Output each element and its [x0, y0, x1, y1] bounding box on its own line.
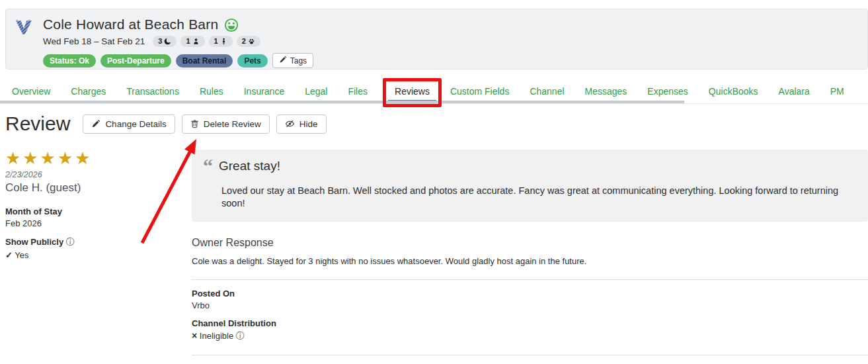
tab-rules[interactable]: Rules [200, 82, 223, 103]
tags-button[interactable]: Tags [272, 53, 313, 68]
delete-review-button[interactable]: Delete Review [182, 114, 270, 134]
moon-icon [164, 38, 171, 45]
booking-header-panel: Cole Howard at Beach Barn Wed Feb 18 – S… [5, 9, 868, 69]
status-badges: Status: OkPost-DepartureBoat RentalPets [43, 54, 268, 68]
eye-slash-icon [285, 119, 295, 128]
tab-bar-border [0, 103, 868, 104]
vrbo-v-icon [15, 17, 35, 62]
posted-on-label: Posted On [192, 289, 868, 298]
tab-scrollbar-track [0, 101, 868, 104]
child-icon [220, 38, 227, 45]
tab-legal[interactable]: Legal [305, 82, 327, 103]
x-icon: × [192, 330, 197, 341]
tab-custom-fields[interactable]: Custom Fields [450, 82, 509, 103]
divider [192, 279, 868, 280]
tags-button-label: Tags [290, 56, 307, 66]
posted-on-value: Vrbo [192, 300, 868, 310]
badge-pets: Pets [237, 54, 267, 68]
tab-expenses[interactable]: Expenses [647, 82, 688, 103]
tab-files[interactable]: Files [348, 82, 368, 103]
star-rating: ★★★★★ [5, 150, 192, 167]
badge-row: Status: OkPost-DepartureBoat RentalPets … [43, 53, 313, 68]
month-of-stay-value: Feb 2026 [5, 218, 192, 228]
tab-bar: OverviewChargesTransactionsRulesInsuranc… [0, 82, 868, 103]
pencil-icon [91, 119, 100, 128]
badge-status-ok: Status: Ok [43, 54, 96, 68]
tab-reviews[interactable]: Reviews [388, 82, 436, 103]
change-details-label: Change Details [105, 119, 166, 129]
paw-icon [248, 38, 255, 45]
count-badge-moon: 3 [153, 36, 177, 47]
quote-icon: “ [203, 161, 213, 171]
hide-button[interactable]: Hide [276, 114, 327, 134]
booking-review-page: Cole Howard at Beach Barn Wed Feb 18 – S… [0, 0, 868, 364]
pencil-icon [279, 56, 287, 66]
review-quote-block: “ Great stay! Loved our stay at Beach Ba… [192, 150, 868, 222]
review-body: Loved our stay at Beach Barn. Well stock… [221, 185, 857, 210]
reviewer-name: Cole H. (guest) [5, 181, 192, 195]
tab-channel[interactable]: Channel [530, 82, 564, 103]
badge-post-departure: Post-Departure [100, 54, 171, 68]
tab-overview[interactable]: Overview [12, 82, 50, 103]
delete-review-label: Delete Review [204, 119, 261, 129]
tab-insurance[interactable]: Insurance [244, 82, 284, 103]
channel-distribution-value: × Ineligible ⓘ [192, 330, 868, 342]
divider [192, 355, 868, 355]
trash-icon [190, 119, 199, 128]
count-badge-adult: 1 [180, 36, 204, 47]
owner-response-text: Cole was a delight. Stayed for 3 nights … [192, 255, 868, 267]
hide-label: Hide [299, 119, 318, 129]
show-publicly-label: Show Publicly ⓘ [5, 236, 192, 248]
owner-response-heading: Owner Response [192, 237, 868, 249]
badge-boat-rental: Boat Rental [176, 54, 233, 68]
show-publicly-value: ✓ Yes [5, 250, 192, 260]
tab-scrollbar-thumb[interactable] [0, 101, 684, 103]
change-details-button[interactable]: Change Details [83, 114, 175, 134]
review-content: Review Change Details Delete Review [5, 113, 868, 364]
tab-quickbooks[interactable]: QuickBooks [709, 82, 758, 103]
review-detail-column: “ Great stay! Loved our stay at Beach Ba… [192, 150, 868, 364]
tab-charges[interactable]: Charges [71, 82, 106, 103]
info-icon[interactable]: ⓘ [236, 331, 245, 341]
review-title: Great stay! [219, 159, 280, 173]
date-range: Wed Feb 18 – Sat Feb 21 [43, 36, 145, 46]
tab-transactions[interactable]: Transactions [126, 82, 179, 103]
tab-avalara[interactable]: Avalara [779, 82, 810, 103]
smiley-grin-icon [224, 18, 239, 32]
check-icon: ✓ [5, 250, 13, 260]
count-badge-child: 1 [209, 36, 233, 47]
review-header: Review Change Details Delete Review [5, 113, 868, 135]
review-date: 2/23/2026 [5, 170, 192, 179]
page-title: Cole Howard at Beach Barn [43, 17, 218, 32]
info-icon[interactable]: ⓘ [66, 237, 75, 247]
review-meta-column: ★★★★★ 2/23/2026 Cole H. (guest) Month of… [5, 150, 192, 260]
adult-icon [192, 38, 200, 45]
count-badges: 3112 [153, 36, 260, 47]
review-heading: Review [5, 113, 70, 135]
tab-messages[interactable]: Messages [585, 82, 627, 103]
count-badge-paw: 2 [237, 36, 260, 47]
tab-pm[interactable]: PM [830, 82, 844, 103]
month-of-stay-label: Month of Stay [5, 206, 192, 216]
channel-distribution-label: Channel Distribution [192, 318, 868, 328]
